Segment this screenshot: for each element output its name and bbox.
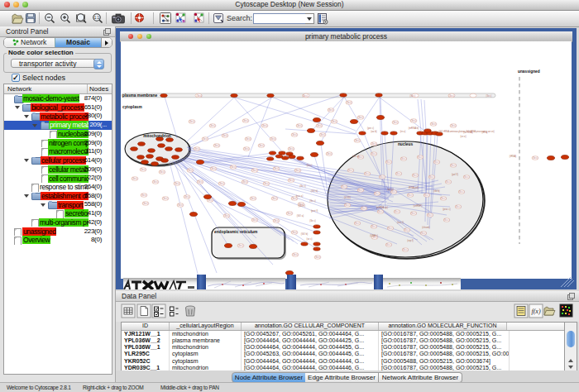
svg-text:(Nu c): (Nu c) [377,210,383,213]
svg-text:(Se c): (Se c) [252,169,258,172]
svg-text:(Nu c): (Nu c) [412,174,418,177]
svg-text:(Se c): (Se c) [295,169,301,172]
svg-text:(Se c): (Se c) [309,219,316,222]
svg-text:(Nu c): (Nu c) [354,222,360,225]
svg-text:(nls a): (nls a) [352,155,359,158]
svg-text:(Se c): (Se c) [188,169,194,172]
svg-text:(Se c): (Se c) [252,218,258,222]
svg-text:(Se c): (Se c) [264,182,270,185]
svg-text:(mRNA b): (mRNA b) [409,127,419,130]
svg-text:(Se c): (Se c) [197,94,203,98]
svg-text:(Se c): (Se c) [320,133,326,136]
svg-text:(Se c): (Se c) [431,122,437,126]
svg-text:f(x): f(x) [531,308,540,315]
svg-text:(Se c): (Se c) [223,134,228,137]
svg-text:(Se c): (Se c) [289,147,294,151]
svg-text:(tf IID): (tf IID) [344,196,351,199]
svg-text:(Se c): (Se c) [332,120,337,123]
svg-text:(rn a): (rn a) [400,130,406,133]
svg-text:(Nu c): (Nu c) [402,248,408,251]
svg-text:(Se c): (Se c) [303,94,309,98]
svg-text:(RNA pol): (RNA pol) [409,186,419,189]
svg-text:(Se c): (Se c) [224,214,230,218]
svg-text:(Nu c): (Nu c) [443,218,449,222]
svg-text:(spl c): (spl c) [387,188,394,191]
svg-text:(Se c): (Se c) [132,177,138,180]
svg-text:(Se c): (Se c) [242,180,248,184]
svg-text:(Se c): (Se c) [184,195,190,198]
svg-text:(GO a): (GO a) [297,214,304,218]
svg-text:(Se c): (Se c) [270,137,276,141]
svg-text:nucleus: nucleus [398,142,413,146]
svg-text:(Se c): (Se c) [410,94,416,98]
svg-text:(Se c): (Se c) [251,197,256,200]
svg-text:(Nu c): (Nu c) [357,189,363,192]
svg-text:(Se c): (Se c) [141,168,146,171]
svg-text:(GO b): (GO b) [301,232,309,236]
svg-text:(Se c): (Se c) [210,124,216,127]
svg-text:(Se c): (Se c) [299,184,306,188]
svg-text:(Se c): (Se c) [243,119,249,122]
svg-text:(Se c): (Se c) [160,170,165,174]
svg-text:(se c): (se c) [307,237,313,241]
svg-text:(prot f): (prot f) [311,209,318,213]
svg-text:(Se c): (Se c) [175,182,180,185]
svg-text:(Nu c): (Nu c) [395,172,401,175]
svg-text:(Nu c): (Nu c) [400,157,406,160]
svg-text:(Se c): (Se c) [274,219,280,222]
svg-text:(Se c): (Se c) [293,253,299,256]
svg-text:(Se c): (Se c) [262,124,268,127]
svg-text:(Nu c): (Nu c) [387,227,393,230]
svg-text:(pre c): (pre c) [367,127,374,130]
svg-text:(Se c): (Se c) [309,199,316,203]
svg-text:(Nu c): (Nu c) [463,175,469,179]
svg-text:(Nu c): (Nu c) [445,180,451,184]
svg-text:(Se c): (Se c) [347,101,352,104]
svg-text:(Se c): (Se c) [411,119,417,122]
svg-text:(Nu c): (Nu c) [410,212,416,215]
svg-text:(Se c): (Se c) [246,137,251,141]
svg-text:(Se c): (Se c) [297,124,303,127]
svg-text:(Nu c): (Nu c) [404,228,409,232]
svg-text:plasma membrane: plasma membrane [122,93,157,98]
svg-text:(Se c): (Se c) [287,212,293,215]
svg-text:(GO b): (GO b) [311,189,318,193]
svg-text:(Se c): (Se c) [451,124,457,127]
svg-text:(Nu c): (Nu c) [440,197,446,200]
svg-text:(Se c): (Se c) [274,167,280,170]
svg-text:(Se c): (Se c) [259,144,265,147]
svg-text:(Nu c): (Nu c) [341,185,347,189]
svg-text:(Se c): (Se c) [194,147,200,151]
svg-text:1:1: 1:1 [94,16,100,20]
svg-text:(pol II): (pol II) [452,173,458,176]
svg-text:(Sec): (Sec) [307,164,313,167]
svg-text:(chrom): (chrom) [422,226,430,229]
svg-text:(Nu c): (Nu c) [417,155,423,159]
svg-text:(Nu c): (Nu c) [450,164,456,167]
svg-text:(Se c): (Se c) [289,179,294,182]
svg-text:(Se c): (Se c) [141,194,147,197]
svg-text:(Nu c): (Nu c) [423,194,429,197]
svg-text:(Se c): (Se c) [214,144,220,147]
svg-text:(Se c): (Se c) [244,147,250,151]
svg-text:(Se c): (Se c) [153,180,159,184]
svg-text:(Se c): (Se c) [355,139,361,142]
svg-text:(Nu c): (Nu c) [364,172,370,175]
svg-text:(Se c): (Se c) [328,108,334,112]
svg-text:(Nu c): (Nu c) [379,175,385,179]
svg-text:(GO c): (GO c) [299,204,305,208]
svg-text:(Se c): (Se c) [315,256,321,259]
svg-text:(rib b): (rib b) [433,189,439,193]
svg-text:(Se c): (Se c) [203,137,208,141]
svg-text:unassigned: unassigned [518,69,540,74]
svg-text:(Nu c): (Nu c) [427,213,433,217]
svg-text:mitochondrion: mitochondrion [143,134,171,138]
svg-text:(mRNA sp): (mRNA sp) [376,206,388,209]
svg-text:(Se c): (Se c) [219,182,225,185]
svg-text:(Se c): (Se c) [231,165,237,169]
svg-text:(Se c): (Se c) [211,167,217,170]
svg-text:(Se c): (Se c) [143,202,149,205]
svg-text:(Nu c): (Nu c) [407,194,413,197]
svg-text:(Nu c): (Nu c) [385,243,391,246]
svg-text:(Se c): (Se c) [198,180,203,184]
